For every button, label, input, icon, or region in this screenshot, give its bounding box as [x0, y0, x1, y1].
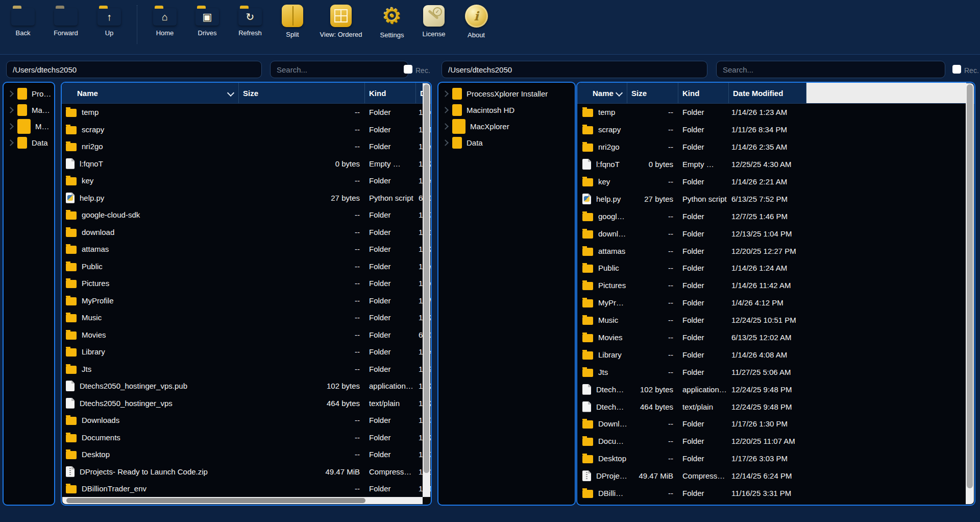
column-header-kind[interactable]: Kind — [365, 83, 416, 103]
sidebar-item[interactable]: ProcessXplorer Installer — [4, 86, 54, 101]
file-row[interactable]: Dtechs2050_hostinger_vps.pub102 bytesapp… — [62, 377, 431, 395]
file-row[interactable]: google-cloud-sdk--Folder12/7/25 1:46 PM — [577, 207, 974, 225]
file-row[interactable]: Movies--Folder6/13/25 12:02 AM — [577, 329, 974, 346]
file-date-modified: 1/14/26 1:24 AM — [729, 264, 806, 272]
file-row[interactable]: DProjects- Ready to Launch Code.zip49.47… — [62, 463, 431, 481]
file-row[interactable]: Pictures--Folder1/14/26 11:42 AM — [62, 275, 431, 292]
file-row[interactable]: nri2go--Folder1/14/26 2:35 AM — [577, 138, 974, 156]
file-row[interactable]: Public--Folder1/14/26 1:24 AM — [62, 258, 431, 275]
right-path-input[interactable] — [442, 61, 707, 78]
left-horizontal-scrollbar[interactable] — [62, 497, 423, 504]
left-recursive-checkbox[interactable] — [404, 65, 412, 74]
sidebar-item[interactable]: Data — [4, 135, 54, 150]
file-row[interactable]: DBillionTrader_env--Folder11/16/25 3:31 … — [577, 485, 974, 502]
file-kind: Folder — [678, 177, 729, 186]
column-header-kind[interactable]: Kind — [678, 83, 729, 103]
file-row[interactable]: Library--Folder1/14/26 4:08 AM — [62, 343, 431, 361]
column-header-size[interactable]: Size — [627, 83, 678, 103]
file-size: -- — [239, 176, 365, 185]
toolbar-up-button[interactable]: ↑Up — [86, 4, 133, 37]
left-search-input[interactable] — [270, 61, 408, 78]
sidebar-item[interactable]: Macintosh HD — [438, 102, 575, 117]
file-row[interactable]: Dtechs2050_hostinger_vps464 bytestext/pl… — [62, 395, 431, 412]
left-path-input[interactable] — [6, 61, 262, 78]
file-row[interactable]: help.py27 bytesPython script6/13/25 7:52… — [577, 190, 974, 207]
sidebar-item[interactable]: MacXplorer — [438, 118, 575, 134]
file-row[interactable]: DProjects- Ready to Launch Code.zip49.47… — [577, 467, 974, 485]
file-row[interactable]: help.py27 bytesPython script6/13/25 7:52… — [62, 189, 431, 207]
toolbar-view-ordered-button[interactable]: View: Ordered — [317, 4, 364, 38]
toolbar-home-button[interactable]: ⌂Home — [141, 4, 188, 37]
toolbar-drives-button[interactable]: ▣Drives — [184, 4, 231, 37]
file-kind: Folder — [678, 281, 729, 290]
sidebar-item[interactable]: Macintosh HD — [4, 102, 54, 117]
file-row[interactable]: Documents--Folder12/20/25 11:07 AM — [577, 433, 974, 450]
right-vertical-scrollbar-thumb[interactable] — [967, 84, 973, 488]
toolbar-back-button[interactable]: Back — [0, 4, 46, 37]
file-row[interactable]: Music--Folder12/24/25 10:51 PM — [62, 309, 431, 326]
chevron-right-icon — [7, 123, 14, 130]
toolbar-license-button[interactable]: License — [410, 4, 457, 38]
file-name: Documents — [598, 437, 627, 445]
left-horizontal-scrollbar-thumb[interactable] — [66, 498, 365, 503]
file-row[interactable]: Music--Folder12/24/25 10:51 PM — [577, 312, 974, 329]
file-name: DProjects- Ready to Launch Code.zip — [80, 467, 239, 476]
column-header-size[interactable]: Size — [239, 83, 365, 103]
column-header-name[interactable]: Name — [577, 83, 627, 103]
sidebar-item[interactable]: Data — [438, 135, 575, 150]
file-name: attamas — [598, 247, 627, 255]
file-row[interactable]: Library--Folder1/14/26 4:08 AM — [577, 346, 974, 363]
left-vertical-scrollbar-thumb[interactable] — [424, 84, 429, 473]
file-row[interactable]: key--Folder1/14/26 2:21 AM — [62, 172, 431, 189]
file-row[interactable]: Downloads--Folder1/17/26 1:30 PM — [62, 412, 431, 429]
file-row[interactable]: download--Folder12/13/25 1:04 PM — [62, 224, 431, 241]
file-row[interactable]: Downloads--Folder1/17/26 1:30 PM — [577, 415, 974, 433]
right-vertical-scrollbar[interactable] — [966, 83, 974, 504]
file-row[interactable]: Documents--Folder12/20/25 11:07 AM — [62, 429, 431, 446]
file-row[interactable]: key--Folder1/14/26 2:21 AM — [577, 173, 974, 191]
right-recursive-checkbox[interactable] — [952, 65, 961, 74]
sidebar-item[interactable]: MacXplorer — [4, 118, 54, 134]
file-row[interactable] — [577, 502, 974, 505]
file-row[interactable]: Jts--Folder11/27/25 5:06 AM — [62, 361, 431, 378]
file-row[interactable]: MyProfile--Folder1/4/26 4:12 PM — [577, 294, 974, 312]
file-row[interactable]: Movies--Folder6/13/25 12:02 AM — [62, 326, 431, 344]
right-search-input[interactable] — [716, 61, 945, 78]
sidebar-item[interactable]: ProcessXplorer Installer — [438, 86, 575, 101]
file-row[interactable]: l:fqnoT0 bytesEmpty …12/25/25 4:30 AM — [577, 156, 974, 173]
file-row[interactable]: scrapy--Folder1/11/26 8:34 PM — [62, 121, 431, 138]
folder-icon — [582, 178, 593, 186]
file-kind: Folder — [365, 245, 416, 253]
sidebar-item-label: ProcessXplorer Installer — [467, 89, 575, 98]
file-row[interactable]: Jts--Folder11/27/25 5:06 AM — [577, 363, 974, 381]
column-header-name[interactable]: Name — [62, 83, 239, 103]
file-row[interactable]: attamas--Folder12/20/25 12:27 PM — [62, 241, 431, 258]
column-header-date-modified[interactable]: Date Modified — [729, 83, 806, 103]
toolbar-refresh-button[interactable]: ↻Refresh — [227, 4, 274, 37]
file-row[interactable]: DBillionTrader_env--Folder11/16/25 3:31 … — [62, 480, 431, 497]
file-row[interactable]: Pictures--Folder1/14/26 11:42 AM — [577, 277, 974, 294]
file-row[interactable]: nri2go--Folder1/14/26 2:35 AM — [62, 138, 431, 155]
file-row[interactable]: scrapy--Folder1/11/26 8:34 PM — [577, 121, 974, 138]
file-row[interactable]: Dtechs2050_hostinger_vps.pub102 bytesapp… — [577, 381, 974, 398]
file-kind: Folder — [678, 298, 729, 307]
toolbar-settings-button[interactable]: ⚙Settings — [369, 4, 415, 39]
file-row[interactable]: attamas--Folder12/20/25 12:27 PM — [577, 242, 974, 259]
file-name: DProjects- Ready to Launch Code.zip — [596, 471, 627, 480]
file-row[interactable]: Dtechs2050_hostinger_vps464 bytestext/pl… — [577, 398, 974, 415]
column-header-date-modified[interactable]: Date Modified — [416, 83, 423, 103]
left-vertical-scrollbar[interactable] — [423, 83, 430, 497]
file-row[interactable]: Desktop--Folder1/17/26 3:03 PM — [62, 446, 431, 463]
toolbar-about-button[interactable]: iAbout — [453, 4, 500, 39]
file-row[interactable]: download--Folder12/13/25 1:04 PM — [577, 225, 974, 242]
toolbar-split-button[interactable]: Split — [269, 4, 316, 38]
file-row[interactable]: temp--Folder1/14/26 1:23 AM — [62, 104, 431, 121]
file-row[interactable]: google-cloud-sdk--Folder12/7/25 1:46 PM — [62, 206, 431, 224]
file-row[interactable]: l:fqnoT0 bytesEmpty …12/25/25 4:30 AM — [62, 155, 431, 173]
file-row[interactable]: Public--Folder1/14/26 1:24 AM — [577, 259, 974, 277]
toolbar-forward-button[interactable]: Forward — [42, 4, 89, 37]
file-name: temp — [82, 108, 239, 116]
file-row[interactable]: MyProfile--Folder1/4/26 4:12 PM — [62, 292, 431, 310]
file-row[interactable]: temp--Folder1/14/26 1:23 AM — [577, 104, 974, 121]
file-row[interactable]: Desktop--Folder1/17/26 3:03 PM — [577, 450, 974, 467]
